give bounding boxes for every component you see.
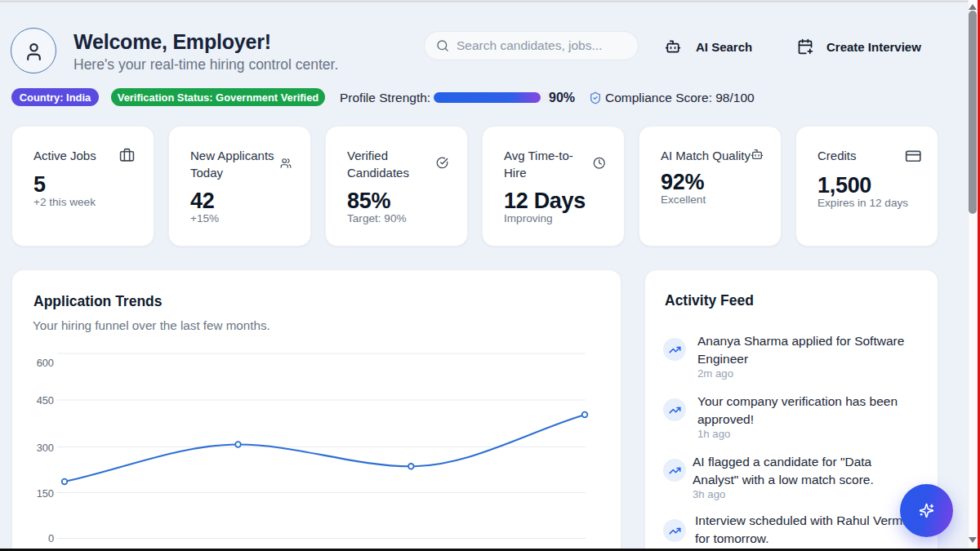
svg-text:150: 150 (37, 487, 54, 500)
svg-text:450: 450 (37, 394, 54, 407)
svg-text:300: 300 (37, 442, 54, 454)
svg-text:0: 0 (48, 532, 54, 544)
svg-text:600: 600 (37, 357, 54, 369)
